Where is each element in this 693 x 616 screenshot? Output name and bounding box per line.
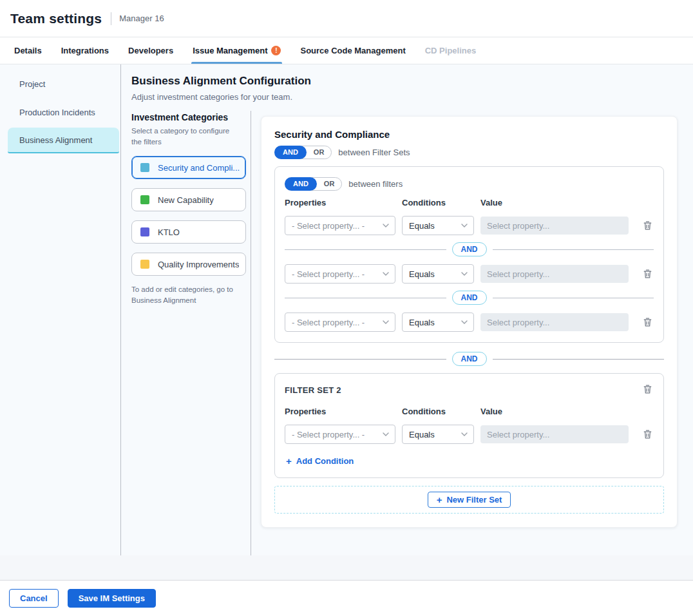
tab-details[interactable]: Details	[14, 37, 42, 64]
content-area: Project Production Incidents Business Al…	[0, 64, 693, 555]
tab-bar: Details Integrations Developers Issue Ma…	[0, 37, 693, 64]
and-option[interactable]: AND	[285, 177, 317, 191]
sidebar-item-project[interactable]: Project	[8, 71, 119, 97]
delete-filter-button[interactable]	[641, 316, 654, 329]
properties-select[interactable]: - Select property... -	[285, 216, 395, 235]
filter-card: Security and Compliance AND OR between F…	[261, 116, 678, 528]
filter-configuration-area: Security and Compliance AND OR between F…	[251, 111, 693, 555]
value-input[interactable]	[480, 265, 629, 283]
conditions-select[interactable]: Equals	[402, 313, 474, 332]
add-condition-button[interactable]: + Add Condition	[286, 456, 354, 466]
category-quality-improvements[interactable]: Quality Improvements	[131, 253, 246, 276]
column-header-conditions: Conditions	[402, 198, 474, 207]
trash-icon	[643, 269, 652, 279]
properties-select[interactable]: - Select property... -	[285, 313, 395, 332]
category-swatch	[140, 163, 149, 172]
warning-icon: !	[271, 46, 281, 55]
plus-icon: +	[286, 456, 292, 466]
title-divider	[111, 12, 111, 25]
main-panel: Business Alignment Configuration Adjust …	[121, 64, 693, 555]
filter-row: - Select property... - Equals	[285, 264, 654, 284]
category-ktlo[interactable]: KTLO	[131, 220, 246, 244]
between-filters-label: between filters	[348, 179, 403, 189]
new-filter-set-dropzone: + New Filter Set	[274, 486, 664, 514]
column-header-value: Value	[480, 407, 629, 416]
trash-icon	[643, 384, 652, 394]
or-option[interactable]: OR	[307, 146, 332, 159]
sidebar-item-business-alignment[interactable]: Business Alignment	[8, 128, 119, 153]
plus-icon: +	[437, 495, 442, 505]
trash-icon	[643, 429, 652, 439]
and-pill: AND	[452, 291, 487, 305]
tab-developers[interactable]: Developers	[128, 37, 173, 64]
column-header-properties: Properties	[285, 407, 395, 416]
delete-filter-set-button[interactable]	[641, 383, 654, 396]
action-footer: Cancel Save IM Settings	[0, 580, 693, 616]
properties-select[interactable]: - Select property... -	[285, 425, 395, 444]
section-subtitle: Adjust investment categories for your te…	[131, 92, 678, 102]
tab-cd-pipelines: CD Pipelines	[425, 37, 476, 64]
app-header: Team settings Manager 16	[0, 0, 693, 37]
cancel-button[interactable]: Cancel	[9, 589, 59, 608]
content-footer-gap	[0, 555, 693, 580]
properties-select[interactable]: - Select property... -	[285, 264, 395, 284]
category-swatch	[140, 260, 149, 269]
conditions-select[interactable]: Equals	[402, 216, 474, 235]
category-new-capability[interactable]: New Capability	[131, 188, 246, 211]
delete-filter-button[interactable]	[641, 267, 654, 280]
investment-categories-panel: Investment Categories Select a category …	[121, 111, 251, 555]
and-pill: AND	[452, 352, 487, 366]
page-title: Team settings	[10, 11, 102, 26]
filter-row: - Select property... - Equals	[285, 313, 654, 332]
settings-sidebar: Project Production Incidents Business Al…	[0, 64, 121, 555]
page-head: Business Alignment Configuration Adjust …	[121, 64, 693, 111]
column-header-value: Value	[480, 198, 629, 207]
value-input[interactable]	[480, 313, 629, 331]
trash-icon	[643, 220, 652, 231]
or-option[interactable]: OR	[317, 178, 342, 190]
filters-andor-toggle[interactable]: AND OR	[285, 177, 342, 191]
chevron-down-icon	[461, 320, 468, 324]
filter-sets-andor-toggle[interactable]: AND OR	[274, 146, 332, 159]
and-separator: AND	[285, 239, 654, 260]
delete-filter-button[interactable]	[641, 428, 654, 441]
tab-source-code-management[interactable]: Source Code Management	[300, 37, 405, 64]
trash-icon	[643, 317, 652, 327]
tab-issue-management[interactable]: Issue Management !	[193, 37, 281, 64]
and-separator-between-sets: AND	[274, 352, 664, 366]
categories-title: Investment Categories	[131, 112, 240, 122]
conditions-select[interactable]: Equals	[402, 425, 474, 444]
tab-integrations[interactable]: Integrations	[61, 37, 109, 64]
and-option[interactable]: AND	[274, 146, 307, 159]
chevron-down-icon	[461, 224, 468, 227]
filter-panel-title: Security and Compliance	[274, 129, 664, 140]
category-security-and-compliance[interactable]: Security and Compli...	[131, 156, 246, 179]
column-header-properties: Properties	[285, 198, 395, 207]
categories-footnote: To add or edit categories, go to Busines…	[131, 284, 238, 305]
filter-row: - Select property... - Equals	[285, 425, 654, 444]
category-swatch	[140, 227, 149, 236]
value-input[interactable]	[480, 425, 629, 443]
column-header-conditions: Conditions	[402, 407, 474, 416]
chevron-down-icon	[383, 224, 389, 227]
and-separator: AND	[285, 287, 654, 308]
category-swatch	[140, 195, 149, 204]
save-im-settings-button[interactable]: Save IM Settings	[68, 589, 156, 608]
chevron-down-icon	[461, 272, 468, 276]
chevron-down-icon	[383, 272, 389, 276]
team-name: Manager 16	[119, 14, 164, 23]
filter-row: - Select property... - Equals	[285, 216, 654, 235]
chevron-down-icon	[383, 432, 389, 436]
delete-filter-button[interactable]	[641, 219, 654, 232]
and-pill: AND	[452, 242, 487, 256]
chevron-down-icon	[461, 432, 468, 436]
sidebar-item-production-incidents[interactable]: Production Incidents	[8, 99, 119, 125]
value-input[interactable]	[480, 217, 629, 235]
filter-set-2-title: FILTER SET 2	[285, 383, 341, 395]
chevron-down-icon	[383, 320, 389, 324]
filter-set-2: FILTER SET 2 Properties Conditions Value	[274, 373, 664, 478]
between-filter-sets-label: between Filter Sets	[338, 148, 410, 157]
section-title: Business Alignment Configuration	[131, 75, 678, 88]
conditions-select[interactable]: Equals	[402, 264, 474, 284]
new-filter-set-button[interactable]: + New Filter Set	[428, 492, 511, 508]
